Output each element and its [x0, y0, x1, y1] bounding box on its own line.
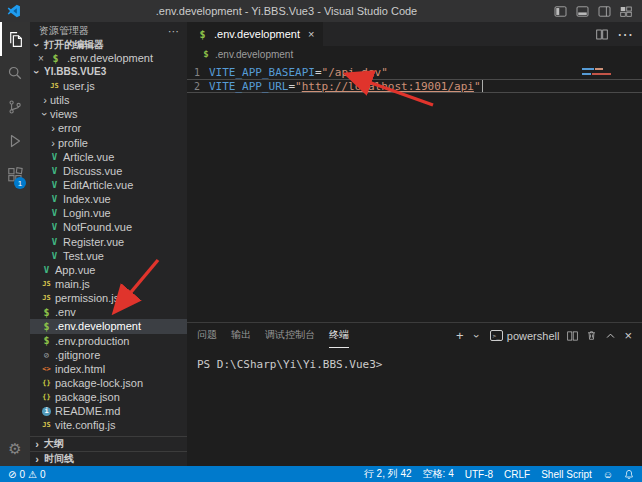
file-name: .env.development: [55, 320, 141, 332]
run-debug-icon[interactable]: [0, 124, 30, 158]
tree-item-package-lock.json[interactable]: {}package-lock.json: [30, 376, 187, 390]
tree-item-Test.vue[interactable]: VTest.vue: [30, 249, 187, 263]
tree-item-Login.vue[interactable]: VLogin.vue: [30, 206, 187, 220]
tree-item-Discuss.vue[interactable]: VDiscuss.vue: [30, 164, 187, 178]
close-panel-icon[interactable]: ×: [624, 328, 632, 343]
code-line-1[interactable]: 1VITE_APP_BASEAPI="/api-dev": [187, 65, 642, 79]
timeline-section[interactable]: › 时间线: [30, 451, 187, 466]
vue-file-icon: V: [48, 180, 61, 190]
minimap[interactable]: [582, 68, 626, 78]
terminal-output[interactable]: PS D:\CSharp\Yi\Yi.BBS.Vue3>: [187, 348, 642, 466]
toggle-panel-icon[interactable]: [576, 6, 589, 17]
file-name: Discuss.vue: [63, 165, 122, 177]
file-name: .env: [55, 306, 76, 318]
split-editor-icon[interactable]: [596, 29, 608, 40]
open-editors-list: ×$.env.development: [30, 52, 187, 64]
tree-item-views[interactable]: ›views: [30, 107, 187, 121]
tree-item-.env.production[interactable]: $.env.production: [30, 334, 187, 348]
panel-tab-调试控制台[interactable]: 调试控制台: [265, 323, 315, 348]
source-control-icon[interactable]: [0, 90, 30, 124]
problems-status[interactable]: ⊘ 0 ⚠ 0: [8, 469, 45, 480]
tree-item-EditArticle.vue[interactable]: VEditArticle.vue: [30, 178, 187, 192]
outline-section[interactable]: › 大纲: [30, 436, 187, 451]
panel-tab-输出[interactable]: 输出: [231, 323, 251, 348]
file-name: index.html: [55, 363, 105, 375]
tree-item-user.js[interactable]: JSuser.js: [30, 79, 187, 93]
eol-status[interactable]: CRLF: [504, 469, 530, 480]
tree-item-utils[interactable]: ›utils: [30, 93, 187, 107]
tree-item-error[interactable]: ›error: [30, 121, 187, 135]
settings-gear-icon[interactable]: ⚙: [0, 432, 30, 466]
feedback-smiley-icon[interactable]: ☺: [603, 469, 613, 480]
code-editor[interactable]: 1VITE_APP_BASEAPI="/api-dev"2VITE_APP_UR…: [187, 62, 642, 322]
breadcrumb[interactable]: $ .env.development: [187, 46, 642, 62]
tree-item-README.md[interactable]: iREADME.md: [30, 404, 187, 418]
tree-item-index.html[interactable]: <>index.html: [30, 362, 187, 376]
env-file-icon: $: [40, 307, 53, 318]
close-tab-icon[interactable]: ×: [308, 28, 314, 40]
tree-item-Article.vue[interactable]: VArticle.vue: [30, 150, 187, 164]
code-line-2[interactable]: 2VITE_APP_URL="http://localhost:19001/ap…: [187, 79, 642, 93]
tree-item-permission.js[interactable]: JSpermission.js: [30, 291, 187, 305]
open-editors-header[interactable]: › 打开的编辑器: [30, 38, 187, 52]
activity-bar: 1 ⚙: [0, 22, 30, 466]
file-name: Login.vue: [63, 207, 111, 219]
indentation-status[interactable]: 空格: 4: [423, 467, 454, 481]
tab-label: .env.development: [214, 28, 300, 40]
editor-more-actions-icon[interactable]: ⋯: [617, 25, 633, 44]
tab-env-development[interactable]: $ .env.development ×: [187, 22, 323, 46]
chevron-down-icon: ›: [39, 109, 51, 119]
toggle-sidebar-icon[interactable]: [554, 6, 567, 17]
tree-item-Index.vue[interactable]: VIndex.vue: [30, 192, 187, 206]
vscode-window: .env.development - Yi.BBS.Vue3 - Visual …: [0, 0, 642, 482]
error-count: 0: [19, 469, 25, 480]
open-editor-item[interactable]: ×$.env.development: [30, 52, 187, 64]
close-editor-icon[interactable]: ×: [36, 53, 46, 64]
file-name: Register.vue: [63, 236, 124, 248]
git-file-icon: ⊘: [40, 350, 53, 360]
terminal-dropdown-icon[interactable]: ›: [471, 331, 483, 341]
code-token: "/api-dev": [322, 66, 388, 79]
extensions-icon[interactable]: 1: [0, 158, 30, 192]
explorer-sidebar: 资源管理器 ⋯ › 打开的编辑器 ×$.env.development › YI…: [30, 22, 187, 466]
file-name: utils: [50, 94, 70, 106]
tree-item-main.js[interactable]: JSmain.js: [30, 277, 187, 291]
toggle-secondary-sidebar-icon[interactable]: [598, 6, 611, 17]
file-name: App.vue: [55, 264, 95, 276]
more-actions-icon[interactable]: ⋯: [168, 25, 179, 38]
tree-item-profile[interactable]: ›profile: [30, 136, 187, 150]
tree-item-.gitignore[interactable]: ⊘.gitignore: [30, 348, 187, 362]
notifications-bell-icon[interactable]: [624, 469, 634, 480]
status-bar: ⊘ 0 ⚠ 0 行 2, 列 42 空格: 4 UTF-8 CRLF Shell…: [0, 466, 642, 482]
kill-terminal-icon[interactable]: [586, 330, 597, 341]
customize-layout-icon[interactable]: [620, 6, 632, 17]
breadcrumb-item[interactable]: .env.development: [215, 49, 293, 60]
tree-item-NotFound.vue[interactable]: VNotFound.vue: [30, 220, 187, 234]
vue-file-icon: V: [48, 237, 61, 247]
explorer-icon[interactable]: [0, 22, 30, 56]
new-terminal-icon[interactable]: +: [456, 328, 464, 343]
errors-icon: ⊘: [8, 469, 16, 480]
split-terminal-icon[interactable]: [567, 331, 578, 341]
search-icon[interactable]: [0, 56, 30, 90]
cursor-position[interactable]: 行 2, 列 42: [364, 467, 412, 481]
tree-item-package.json[interactable]: {}package.json: [30, 390, 187, 404]
env-file-icon: $: [196, 29, 209, 40]
js-file-icon: JS: [40, 421, 53, 429]
tree-item-.env[interactable]: $.env: [30, 305, 187, 319]
tree-item-App.vue[interactable]: VApp.vue: [30, 263, 187, 277]
tree-item-.env.development[interactable]: $.env.development: [30, 319, 187, 333]
tree-item-vite.config.js[interactable]: JSvite.config.js: [30, 418, 187, 432]
file-name: .gitignore: [55, 349, 100, 361]
language-mode[interactable]: Shell Script: [541, 469, 592, 480]
file-name: user.js: [63, 80, 95, 92]
project-header[interactable]: › YI.BBS.VUE3: [30, 64, 187, 79]
file-name: .env.production: [55, 335, 129, 347]
file-name: NotFound.vue: [63, 221, 132, 233]
encoding-status[interactable]: UTF-8: [465, 469, 493, 480]
tree-item-Register.vue[interactable]: VRegister.vue: [30, 235, 187, 249]
maximize-panel-icon[interactable]: [605, 331, 616, 340]
shell-selector[interactable]: >_ powershell: [490, 330, 560, 342]
panel-tab-终端[interactable]: 终端: [329, 323, 349, 348]
panel-tab-问题[interactable]: 问题: [197, 323, 217, 348]
